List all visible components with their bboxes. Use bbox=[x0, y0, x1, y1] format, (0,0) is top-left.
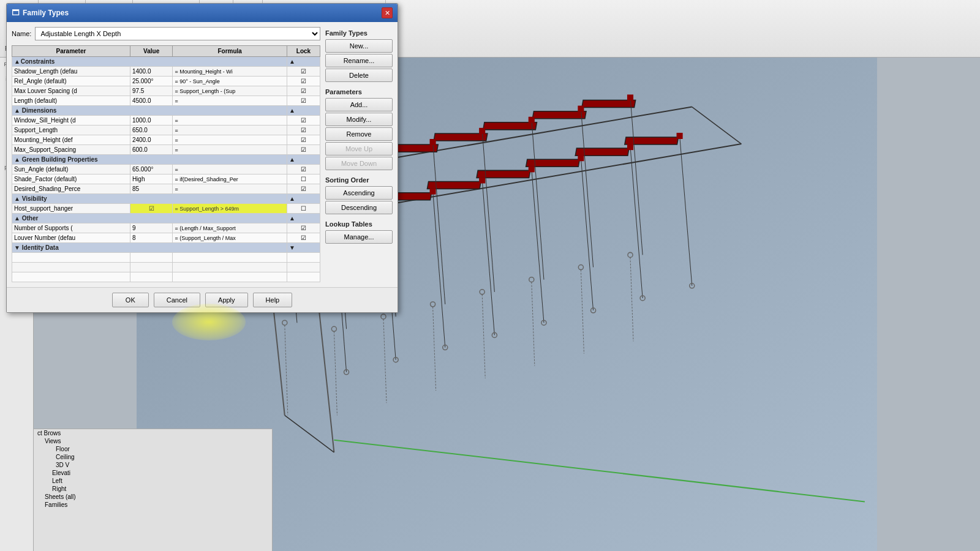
lock-max-louver[interactable]: ☑ bbox=[287, 86, 320, 96]
value-max-louver[interactable]: 97.5 bbox=[130, 86, 173, 96]
lock-mounting-height[interactable]: ☑ bbox=[287, 135, 320, 145]
nav-item-right[interactable]: Right bbox=[34, 485, 272, 493]
value-host-support-hanger[interactable]: ☑ bbox=[130, 204, 173, 214]
formula-length[interactable]: = bbox=[173, 96, 287, 106]
svg-rect-22 bbox=[625, 137, 679, 144]
nav-item-ceiling[interactable]: Ceiling bbox=[41, 453, 272, 461]
formula-shadow-length[interactable]: = Mounting_Height - Wi bbox=[173, 67, 287, 77]
nav-item-browser[interactable]: ct Brows bbox=[34, 429, 272, 437]
formula-rel-angle[interactable]: = 90° - Sun_Angle bbox=[173, 77, 287, 86]
nav-item-sheets[interactable]: Sheets (all) bbox=[34, 493, 272, 501]
help-button[interactable]: Help bbox=[253, 293, 293, 307]
formula-sun-angle[interactable]: = bbox=[173, 165, 287, 174]
lock-length[interactable]: ☑ bbox=[287, 96, 320, 106]
formula-mounting-height[interactable]: = bbox=[173, 135, 287, 145]
section-identity-data-label: ▼ Identity Data bbox=[12, 243, 287, 253]
remove-button[interactable]: Remove bbox=[325, 127, 393, 141]
param-shadow-length: Shadow_Length (defau bbox=[12, 67, 130, 77]
dialog-close-button[interactable]: ✕ bbox=[382, 7, 393, 18]
value-length[interactable]: 4500.0 bbox=[130, 96, 173, 106]
lock-window-sill[interactable]: ☑ bbox=[287, 116, 320, 126]
ok-button[interactable]: OK bbox=[112, 293, 149, 307]
section-identity-expand[interactable]: ▼ bbox=[287, 243, 320, 253]
row-sun-angle: Sun_Angle (default) 65.000° = ☑ bbox=[12, 165, 320, 174]
parameter-table: Parameter Value Formula Lock ▲ Constrain… bbox=[12, 45, 320, 282]
value-sun-angle[interactable]: 65.000° bbox=[130, 165, 173, 174]
section-green-expand[interactable]: ▲ bbox=[287, 155, 320, 165]
lock-shade-factor[interactable]: ☐ bbox=[287, 174, 320, 184]
lock-max-support-spacing[interactable]: ☑ bbox=[287, 145, 320, 155]
new-button[interactable]: New... bbox=[325, 39, 393, 53]
lock-num-supports[interactable]: ☑ bbox=[287, 223, 320, 233]
empty-cell-6 bbox=[130, 263, 173, 272]
nav-item-left[interactable]: Left bbox=[34, 477, 272, 485]
row-length: Length (default) 4500.0 = ☑ bbox=[12, 96, 320, 106]
empty-cell-7 bbox=[173, 263, 287, 272]
lock-host-support-hanger[interactable]: ☐ bbox=[287, 204, 320, 214]
value-window-sill[interactable]: 1000.0 bbox=[130, 116, 173, 126]
lock-sun-angle[interactable]: ☑ bbox=[287, 165, 320, 174]
lock-support-length[interactable]: ☑ bbox=[287, 126, 320, 135]
section-constraints-expand[interactable]: ▲ bbox=[287, 57, 320, 67]
name-select[interactable]: Adjustable Length X Depth bbox=[35, 27, 320, 40]
value-shade-factor[interactable]: High bbox=[130, 174, 173, 184]
param-num-supports: Number of Supports ( bbox=[12, 223, 130, 233]
section-visibility-label: ▲ Visibility bbox=[12, 194, 287, 204]
svg-rect-49 bbox=[430, 189, 436, 195]
empty-cell-1 bbox=[12, 253, 130, 263]
nav-item-families[interactable]: Families bbox=[34, 501, 272, 509]
nav-item-views[interactable]: Views bbox=[41, 437, 272, 445]
section-visibility-expand[interactable]: ▲ bbox=[287, 194, 320, 204]
formula-window-sill[interactable]: = bbox=[173, 116, 287, 126]
section-dimensions-expand[interactable]: ▲ bbox=[287, 106, 320, 116]
formula-desired-shading[interactable]: = bbox=[173, 184, 287, 194]
nav-item-floor[interactable]: Floor bbox=[41, 445, 272, 453]
value-support-length[interactable]: 650.0 bbox=[130, 126, 173, 135]
formula-num-supports[interactable]: = (Length / Max_Support bbox=[173, 223, 287, 233]
dialog-icon: 🗔 bbox=[12, 9, 19, 17]
svg-rect-15 bbox=[434, 133, 488, 141]
manage-button[interactable]: Manage... bbox=[325, 230, 393, 244]
param-host-support-hanger: Host_support_hanger bbox=[12, 204, 130, 214]
delete-button[interactable]: Delete bbox=[325, 69, 393, 82]
descending-button[interactable]: Descending bbox=[325, 201, 393, 214]
modify-button[interactable]: Modify... bbox=[325, 113, 393, 126]
value-num-supports[interactable]: 9 bbox=[130, 223, 173, 233]
value-max-support-spacing[interactable]: 600.0 bbox=[130, 145, 173, 155]
apply-button[interactable]: Apply bbox=[205, 293, 248, 307]
formula-support-length[interactable]: = bbox=[173, 126, 287, 135]
section-other-label: ▲ Other bbox=[12, 214, 287, 223]
project-browser: ct Brows Views Floor Ceiling 3D V Elevat… bbox=[34, 429, 273, 551]
row-desired-shading: Desired_Shading_Perce 85 = ☑ bbox=[12, 184, 320, 194]
lock-shadow-length[interactable]: ☑ bbox=[287, 67, 320, 77]
section-visibility: ▲ Visibility ▲ bbox=[12, 194, 320, 204]
value-desired-shading[interactable]: 85 bbox=[130, 184, 173, 194]
lock-rel-angle[interactable]: ☑ bbox=[287, 77, 320, 86]
cancel-button[interactable]: Cancel bbox=[154, 293, 200, 307]
move-up-button[interactable]: Move Up bbox=[325, 142, 393, 156]
add-button[interactable]: Add... bbox=[325, 98, 393, 111]
dialog-title-text: Family Types bbox=[23, 9, 69, 17]
nav-item-3dv[interactable]: 3D V bbox=[41, 461, 272, 469]
value-shadow-length[interactable]: 1400.0 bbox=[130, 67, 173, 77]
row-shade-factor: Shade_Factor (default) High = if(Desired… bbox=[12, 174, 320, 184]
row-shadow-length: Shadow_Length (defau 1400.0 = Mounting_H… bbox=[12, 67, 320, 77]
value-louver-number[interactable]: 8 bbox=[130, 233, 173, 243]
formula-max-support-spacing[interactable]: = bbox=[173, 145, 287, 155]
svg-rect-53 bbox=[627, 144, 633, 150]
formula-shade-factor[interactable]: = if(Desired_Shading_Per bbox=[173, 174, 287, 184]
lock-louver-number[interactable]: ☑ bbox=[287, 233, 320, 243]
value-rel-angle[interactable]: 25.000° bbox=[130, 77, 173, 86]
lock-desired-shading[interactable]: ☑ bbox=[287, 184, 320, 194]
ascending-button[interactable]: Ascending bbox=[325, 186, 393, 200]
row-max-support-spacing: Max_Support_Spacing 600.0 = ☑ bbox=[12, 145, 320, 155]
formula-max-louver[interactable]: = Support_Length - (Sup bbox=[173, 86, 287, 96]
formula-host-support-hanger[interactable]: = Support_Length > 649m bbox=[173, 204, 287, 214]
move-down-button[interactable]: Move Down bbox=[325, 157, 393, 170]
value-mounting-height[interactable]: 2400.0 bbox=[130, 135, 173, 145]
nav-item-elevations[interactable]: Elevati bbox=[41, 469, 272, 477]
rename-button[interactable]: Rename... bbox=[325, 54, 393, 67]
svg-rect-16 bbox=[477, 170, 530, 178]
formula-louver-number[interactable]: = (Support_Length / Max bbox=[173, 233, 287, 243]
section-other-expand[interactable]: ▲ bbox=[287, 214, 320, 223]
